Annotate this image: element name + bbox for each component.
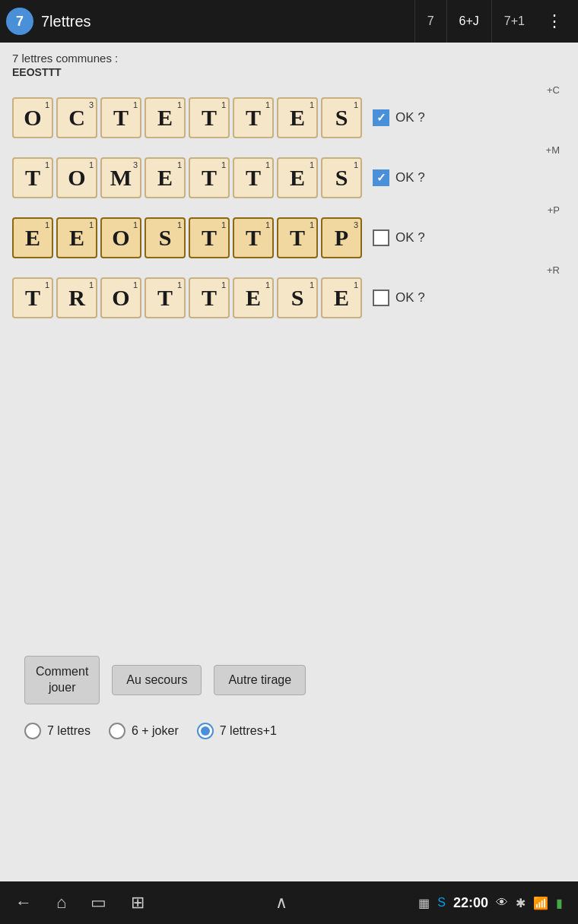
- tile-3-1: 1E: [12, 217, 53, 258]
- tile-4-1: 1T: [12, 277, 53, 318]
- tile-3-4: 1S: [144, 217, 186, 258]
- bottom-buttons: Comment jouer Au secours Autre tirage: [12, 644, 566, 717]
- tile-3-7: 1T: [277, 217, 318, 258]
- empty-area: [12, 324, 566, 644]
- bottom-nav: ← ⌂ ▭ ⊞ ∧ ▦ S 22:00 👁 ✱ 📶 ▮: [0, 881, 578, 924]
- word-row-3: 1E 1E 1O 1S 1T 1T 1T 3P OK ?: [12, 217, 566, 258]
- tile-4-7: 1S: [277, 277, 318, 318]
- tile-4-8: 1E: [321, 277, 362, 318]
- tile-4-6: 1E: [233, 277, 274, 318]
- tile-2-7: 1E: [277, 157, 318, 198]
- subtitle: 7 lettres communes :: [12, 52, 566, 65]
- tile-2-3: 3M: [100, 157, 141, 198]
- back-icon[interactable]: ←: [15, 893, 32, 913]
- ok-label-1: OK ?: [395, 110, 425, 125]
- recents-icon[interactable]: ▭: [91, 893, 106, 913]
- tab-7[interactable]: 7: [414, 0, 446, 43]
- home-icon[interactable]: ⌂: [56, 893, 66, 913]
- radio-7lettres[interactable]: 7 lettres: [24, 723, 91, 739]
- gallery-icon: ▦: [418, 896, 430, 910]
- screenshot-icon[interactable]: ⊞: [131, 893, 144, 913]
- top-bar-tabs: 7 6+J 7+1 ⋮: [414, 0, 572, 43]
- comment-jouer-button[interactable]: Comment jouer: [24, 656, 100, 704]
- ok-section-3: OK ?: [373, 229, 425, 246]
- ok-section-4: OK ?: [373, 290, 425, 306]
- chevron-up-icon[interactable]: ∧: [275, 893, 287, 913]
- extra-label-4: +R: [301, 264, 560, 276]
- bluetooth-icon: ✱: [516, 896, 526, 910]
- tile-2-4: 1E: [144, 157, 186, 198]
- common-letters: EEOSTTT: [12, 66, 566, 78]
- tile-4-5: 1T: [189, 277, 230, 318]
- extra-label-3: +P: [301, 204, 560, 216]
- ok-label-4: OK ?: [395, 290, 425, 305]
- tab-6j[interactable]: 6+J: [446, 0, 491, 43]
- skype-icon: S: [437, 896, 446, 910]
- tile-1-3: 1T: [100, 97, 141, 138]
- tile-4-2: 1R: [56, 277, 97, 318]
- tile-2-8: 1S: [321, 157, 362, 198]
- tile-1-5: 1T: [189, 97, 230, 138]
- clock-display: 22:00: [453, 895, 488, 911]
- tile-4-4: 1T: [144, 277, 186, 318]
- ok-section-2: OK ?: [373, 169, 425, 186]
- tile-3-2: 1E: [56, 217, 97, 258]
- radio-label-7lettres: 7 lettres: [47, 724, 91, 738]
- app-title: 7lettres: [41, 13, 414, 30]
- radio-circle-7p1[interactable]: [197, 723, 214, 739]
- ok-checkbox-1[interactable]: [373, 109, 389, 126]
- word-section-1: +C 1O 3C 1T 1E 1T 1T 1E 1S OK ?: [12, 84, 566, 138]
- ok-checkbox-3[interactable]: [373, 229, 389, 246]
- radio-label-7p1: 7 lettres+1: [220, 724, 277, 738]
- overflow-menu-button[interactable]: ⋮: [537, 11, 572, 31]
- eye-icon: 👁: [496, 896, 508, 910]
- tile-3-3: 1O: [100, 217, 141, 258]
- radio-circle-6joker[interactable]: [109, 723, 125, 739]
- tile-3-6: 1T: [233, 217, 274, 258]
- word-row-2: 1T 1O 3M 1E 1T 1T 1E 1S OK ?: [12, 157, 566, 198]
- tile-4-3: 1O: [100, 277, 141, 318]
- app-icon: 7: [6, 8, 33, 35]
- ok-checkbox-4[interactable]: [373, 290, 389, 306]
- ok-label-2: OK ?: [395, 170, 425, 185]
- nav-icons-left: ← ⌂ ▭ ⊞: [15, 893, 144, 913]
- autre-tirage-button[interactable]: Autre tirage: [214, 665, 306, 695]
- tile-1-1: 1O: [12, 97, 53, 138]
- tile-3-5: 1T: [189, 217, 230, 258]
- radio-6joker[interactable]: 6 + joker: [109, 723, 179, 739]
- radio-section: 7 lettres 6 + joker 7 lettres+1: [12, 717, 566, 752]
- word-section-2: +M 1T 1O 3M 1E 1T 1T 1E 1S OK ?: [12, 144, 566, 198]
- radio-label-6joker: 6 + joker: [132, 724, 179, 738]
- tile-1-7: 1E: [277, 97, 318, 138]
- tile-2-2: 1O: [56, 157, 97, 198]
- ok-section-1: OK ?: [373, 109, 425, 126]
- tab-7p1[interactable]: 7+1: [491, 0, 537, 43]
- tile-1-8: 1S: [321, 97, 362, 138]
- ok-label-3: OK ?: [395, 230, 425, 245]
- tile-2-6: 1T: [233, 157, 274, 198]
- extra-label-1: +C: [301, 84, 560, 96]
- tile-1-2: 3C: [56, 97, 97, 138]
- main-content: 7 lettres communes : EEOSTTT +C 1O 3C 1T…: [0, 43, 578, 761]
- nav-icons-right: ▦ S 22:00 👁 ✱ 📶 ▮: [418, 895, 563, 911]
- battery-icon: ▮: [556, 896, 563, 910]
- word-row-1: 1O 3C 1T 1E 1T 1T 1E 1S OK ?: [12, 97, 566, 138]
- tile-1-6: 1T: [233, 97, 274, 138]
- extra-label-2: +M: [301, 144, 560, 156]
- ok-checkbox-2[interactable]: [373, 169, 389, 186]
- radio-7p1[interactable]: 7 lettres+1: [197, 723, 277, 739]
- tile-2-5: 1T: [189, 157, 230, 198]
- top-bar: 7 7lettres 7 6+J 7+1 ⋮: [0, 0, 578, 43]
- word-section-3: +P 1E 1E 1O 1S 1T 1T 1T 3P OK ?: [12, 204, 566, 258]
- word-section-4: +R 1T 1R 1O 1T 1T 1E 1S 1E OK ?: [12, 264, 566, 318]
- word-row-4: 1T 1R 1O 1T 1T 1E 1S 1E OK ?: [12, 277, 566, 318]
- radio-circle-7lettres[interactable]: [24, 723, 41, 739]
- tile-1-4: 1E: [144, 97, 186, 138]
- tile-3-8: 3P: [321, 217, 362, 258]
- wifi-icon: 📶: [533, 896, 548, 910]
- tile-2-1: 1T: [12, 157, 53, 198]
- au-secours-button[interactable]: Au secours: [112, 665, 202, 695]
